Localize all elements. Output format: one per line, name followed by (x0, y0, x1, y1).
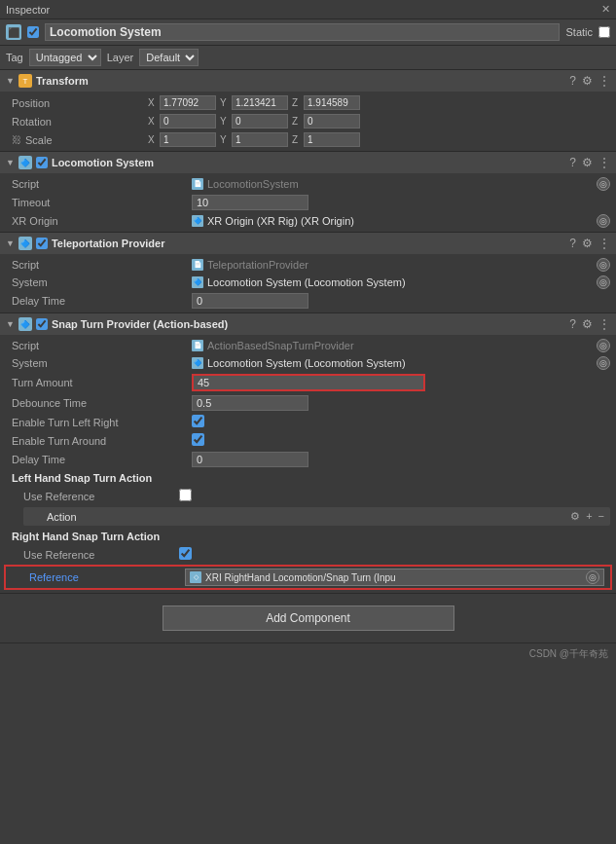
snap-script-icon: 📄 (192, 340, 203, 351)
rot-z-input[interactable] (304, 114, 360, 128)
snap-turn-help-icon[interactable]: ? (569, 317, 576, 331)
transform-collapse-arrow: ▼ (6, 76, 15, 86)
teleportation-section: ▼ 🔷 Teleportation Provider ? ⚙ ⋮ Script … (0, 233, 616, 313)
xr-origin-circle[interactable]: ◎ (597, 214, 610, 228)
scale-x-input[interactable] (160, 132, 216, 147)
action-plus-icon[interactable]: + (586, 510, 592, 523)
gameobject-icon: ⬛ (6, 24, 21, 40)
action-label: Action (47, 511, 77, 523)
xr-origin-text: XR Origin (XR Rig) (XR Origin) (207, 215, 593, 227)
snap-turn-settings-icon[interactable]: ⚙ (582, 317, 593, 331)
teleportation-title: Teleportation Provider (52, 238, 565, 249)
debounce-input[interactable] (192, 395, 308, 411)
transform-title: Transform (36, 75, 565, 87)
teleportation-props: Script 📄 TeleportationProvider ◎ System … (0, 254, 616, 312)
layer-select[interactable]: Default (139, 49, 199, 66)
timeout-input[interactable] (192, 195, 308, 210)
rotation-fields: X Y Z (148, 114, 610, 128)
right-use-ref-checkbox[interactable] (179, 547, 192, 560)
scale-z-group: Z (292, 132, 360, 147)
xr-origin-value: 🔷 XR Origin (XR Rig) (XR Origin) ◎ (192, 214, 610, 228)
teleportation-help-icon[interactable]: ? (569, 237, 576, 250)
left-use-ref-checkbox[interactable] (179, 489, 192, 501)
pos-z-letter: Z (292, 97, 302, 108)
enable-lr-checkbox[interactable] (192, 415, 204, 427)
reference-circle[interactable]: ◎ (586, 570, 599, 584)
snap-turn-header[interactable]: ▼ 🔷 Snap Turn Provider (Action-based) ? … (0, 313, 616, 335)
locomotion-more-icon[interactable]: ⋮ (598, 156, 610, 169)
teleport-script-text: TeleportationProvider (207, 259, 593, 271)
teleport-system-row: System 🔷 Locomotion System (Locomotion S… (0, 274, 616, 291)
snap-turn-collapse-arrow: ▼ (6, 319, 15, 329)
snap-delay-row: Delay Time (0, 450, 616, 469)
snap-script-label: Script (12, 340, 192, 351)
snap-system-icon: 🔷 (192, 357, 203, 369)
teleport-system-circle[interactable]: ◎ (597, 275, 610, 289)
close-icon[interactable]: ✕ (601, 3, 610, 16)
scale-y-input[interactable] (232, 132, 288, 147)
pos-y-input[interactable] (232, 95, 288, 110)
rot-x-input[interactable] (160, 114, 216, 128)
snap-system-text: Locomotion System (Locomotion System) (207, 357, 593, 369)
action-minus-icon[interactable]: − (598, 510, 604, 523)
teleport-delay-label: Delay Time (12, 295, 192, 307)
add-component-button[interactable]: Add Component (163, 605, 454, 631)
teleport-script-label: Script (12, 259, 192, 271)
teleport-delay-input[interactable] (192, 293, 308, 309)
locomotion-props: Script 📄 LocomotionSystem ◎ Timeout XR O… (0, 173, 616, 232)
pos-z-input[interactable] (304, 95, 360, 110)
gameobject-active-checkbox[interactable] (27, 26, 39, 38)
transform-help-icon[interactable]: ? (569, 74, 576, 88)
enable-lr-label: Enable Turn Left Right (12, 417, 192, 428)
scale-label: ⛓ Scale (12, 134, 148, 146)
turn-amount-input[interactable] (192, 374, 425, 391)
snap-delay-input[interactable] (192, 452, 308, 467)
left-use-ref-row: Use Reference (0, 487, 616, 505)
locomotion-help-icon[interactable]: ? (569, 156, 576, 169)
pos-z-group: Z (292, 95, 360, 110)
snap-turn-active-checkbox[interactable] (36, 318, 48, 330)
teleport-script-circle[interactable]: ◎ (597, 258, 610, 272)
scale-x-group: X (148, 132, 216, 147)
locomotion-title: Locomotion System (52, 157, 565, 168)
tag-select[interactable]: Untagged (29, 49, 101, 66)
teleport-system-label: System (12, 276, 192, 288)
left-use-ref-value (179, 489, 610, 503)
tag-layer-row: Tag Untagged Layer Default (0, 46, 616, 70)
locomotion-active-checkbox[interactable] (36, 157, 48, 168)
static-label: Static (565, 26, 593, 38)
rotation-label: Rotation (12, 116, 148, 128)
teleportation-header-icons: ? ⚙ ⋮ (569, 237, 610, 250)
snap-script-circle[interactable]: ◎ (597, 339, 610, 352)
timeout-label: Timeout (12, 197, 192, 208)
transform-settings-icon[interactable]: ⚙ (582, 74, 593, 88)
rot-y-letter: Y (220, 116, 230, 127)
enable-around-value (192, 433, 610, 448)
locomotion-collapse-arrow: ▼ (6, 158, 15, 167)
locomotion-settings-icon[interactable]: ⚙ (582, 156, 593, 169)
teleportation-active-checkbox[interactable] (36, 238, 48, 249)
rot-y-input[interactable] (232, 114, 288, 128)
locomotion-system-header[interactable]: ▼ 🔷 Locomotion System ? ⚙ ⋮ (0, 152, 616, 173)
snap-system-label: System (12, 357, 192, 369)
action-gear-icon[interactable]: ⚙ (570, 510, 580, 523)
xr-origin-icon: 🔷 (192, 215, 203, 227)
teleportation-header[interactable]: ▼ 🔷 Teleportation Provider ? ⚙ ⋮ (0, 233, 616, 254)
transform-more-icon[interactable]: ⋮ (598, 74, 610, 88)
action-icons: ⚙ + − (570, 510, 604, 523)
pos-x-input[interactable] (160, 95, 216, 110)
teleport-script-value: 📄 TeleportationProvider ◎ (192, 258, 610, 272)
enable-around-checkbox[interactable] (192, 433, 204, 446)
transform-section-header[interactable]: ▼ T Transform ? ⚙ ⋮ (0, 70, 616, 92)
snap-delay-label: Delay Time (12, 454, 192, 465)
scale-z-input[interactable] (304, 132, 360, 147)
static-checkbox[interactable] (598, 26, 610, 38)
snap-system-circle[interactable]: ◎ (597, 356, 610, 370)
teleport-system-value: 🔷 Locomotion System (Locomotion System) … (192, 275, 610, 289)
locomotion-script-circle[interactable]: ◎ (597, 177, 610, 191)
teleportation-more-icon[interactable]: ⋮ (598, 237, 610, 250)
teleportation-settings-icon[interactable]: ⚙ (582, 237, 593, 250)
pos-x-group: X (148, 95, 216, 110)
gameobject-name-input[interactable]: Locomotion System (45, 23, 560, 41)
snap-turn-more-icon[interactable]: ⋮ (598, 317, 610, 331)
